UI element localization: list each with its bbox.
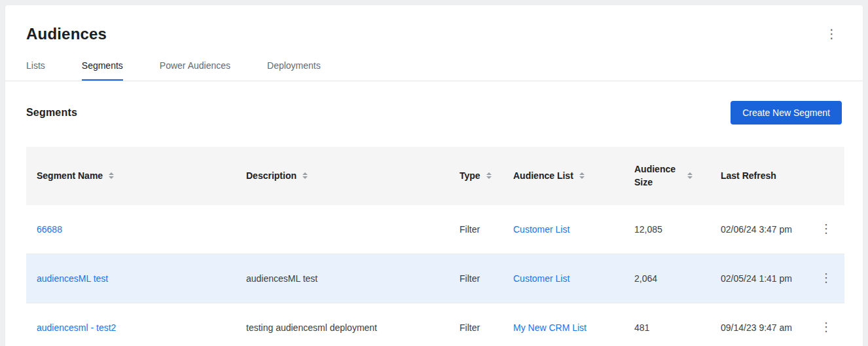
table-header-row: Segment Name Description Type (26, 147, 844, 205)
segment-name-cell: 66688 (26, 205, 238, 254)
actions-cell: ⋮ (808, 254, 844, 303)
column-label: Description (246, 169, 297, 182)
row-kebab-menu-icon[interactable]: ⋮ (816, 269, 836, 287)
column-header-description: Description (238, 147, 452, 205)
page-title: Audiences (26, 25, 107, 43)
tab-lists[interactable]: Lists (26, 60, 45, 81)
audience-size-cell: 12,085 (626, 205, 713, 254)
description-cell (238, 205, 452, 254)
column-header-segment-name: Segment Name (26, 147, 238, 205)
actions-cell: ⋮ (808, 303, 844, 346)
sort-icon[interactable] (302, 172, 308, 179)
sort-icon[interactable] (486, 172, 492, 179)
last-refresh-cell: 02/05/24 1:41 pm (713, 254, 808, 303)
column-header-type: Type (452, 147, 505, 205)
column-header-last-refresh: Last Refresh (713, 147, 808, 205)
column-label: Segment Name (37, 169, 103, 182)
segment-name-cell: audiencesml - test2 (26, 303, 238, 346)
table-row: audiencesml - test2 testing audiencesml … (26, 303, 844, 346)
column-header-audience-size: Audience Size (626, 147, 713, 205)
segment-name-link[interactable]: 66688 (37, 224, 62, 235)
audience-size-cell: 2,064 (626, 254, 713, 303)
last-refresh-cell: 09/14/23 9:47 am (713, 303, 808, 346)
audience-list-cell: Customer List (505, 254, 626, 303)
column-label: Audience List (513, 169, 573, 182)
column-header-audience-list: Audience List (505, 147, 626, 205)
row-kebab-menu-icon[interactable]: ⋮ (816, 220, 836, 238)
tab-segments[interactable]: Segments (82, 60, 123, 81)
description-cell: audiencesML test (238, 254, 452, 303)
section-title: Segments (26, 107, 77, 119)
sort-icon[interactable] (687, 172, 693, 179)
column-label: Audience Size (634, 163, 681, 189)
segment-name-link[interactable]: audiencesML test (37, 273, 108, 284)
type-cell: Filter (452, 254, 505, 303)
column-header-actions (808, 147, 844, 205)
segment-name-link[interactable]: audiencesml - test2 (37, 322, 116, 333)
actions-cell: ⋮ (808, 205, 844, 254)
sort-icon[interactable] (109, 172, 114, 179)
tab-deployments[interactable]: Deployments (267, 60, 321, 81)
table-row: 66688 Filter Customer List 12,085 02/06/… (26, 205, 844, 254)
audience-list-link[interactable]: Customer List (513, 273, 570, 284)
segments-content: Segments Create New Segment Segment Name (5, 81, 863, 346)
card-header: Audiences ⋮ Lists Segments Power Audienc… (5, 5, 863, 81)
description-cell: testing audiencesml deployment (238, 303, 452, 346)
audiences-card: Audiences ⋮ Lists Segments Power Audienc… (5, 5, 863, 346)
sort-icon[interactable] (579, 172, 585, 179)
last-refresh-cell: 02/06/24 3:47 pm (713, 205, 808, 254)
tab-power-audiences[interactable]: Power Audiences (160, 60, 230, 81)
column-label: Last Refresh (721, 169, 776, 182)
audience-list-link[interactable]: My New CRM List (513, 322, 587, 333)
audience-list-cell: My New CRM List (505, 303, 626, 346)
table-row: audiencesML test audiencesML test Filter… (26, 254, 844, 303)
create-new-segment-button[interactable]: Create New Segment (731, 101, 842, 125)
audience-list-link[interactable]: Customer List (513, 224, 570, 235)
page-kebab-menu-icon[interactable]: ⋮ (822, 25, 842, 43)
segments-table: Segment Name Description Type (26, 147, 844, 346)
audience-size-cell: 481 (626, 303, 713, 346)
audience-list-cell: Customer List (505, 205, 626, 254)
segment-name-cell: audiencesML test (26, 254, 238, 303)
tab-bar: Lists Segments Power Audiences Deploymen… (26, 60, 842, 81)
type-cell: Filter (452, 303, 505, 346)
type-cell: Filter (452, 205, 505, 254)
column-label: Type (460, 169, 480, 182)
row-kebab-menu-icon[interactable]: ⋮ (816, 318, 836, 336)
